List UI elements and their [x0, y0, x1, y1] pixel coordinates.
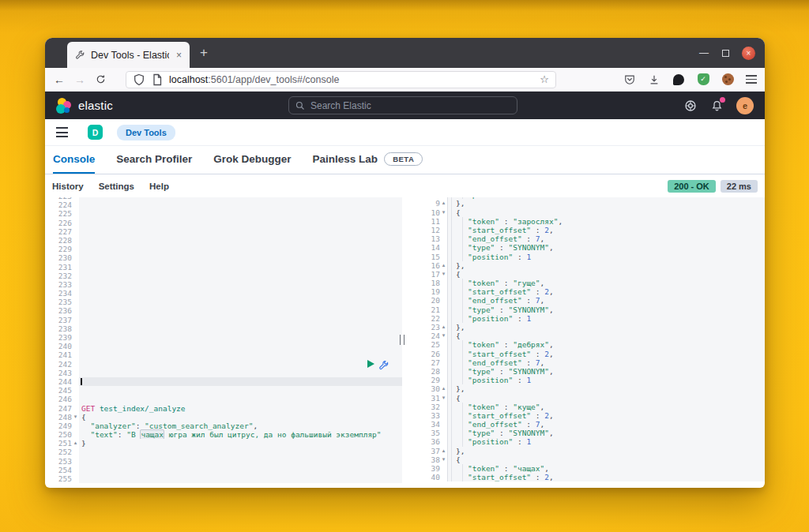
- pane-resize-handle[interactable]: [400, 335, 404, 345]
- adblock-shield-icon[interactable]: ✓: [697, 73, 709, 86]
- editor-line-28[interactable]: 28"type" : "SYNONYM",: [402, 367, 765, 376]
- editor-line-243[interactable]: 243: [45, 369, 402, 377]
- editor-line-252[interactable]: 252: [45, 448, 402, 456]
- nav-menu-icon[interactable]: [55, 124, 70, 140]
- editor-line-27[interactable]: 27"end_offset" : 7,: [402, 358, 765, 367]
- code-line[interactable]: "position" : 1: [448, 437, 765, 446]
- editor-line-251[interactable]: 251▴}: [45, 439, 402, 448]
- code-line[interactable]: [79, 245, 402, 253]
- editor-line-229[interactable]: 229: [45, 245, 402, 253]
- code-line[interactable]: },: [448, 447, 765, 455]
- new-tab-button[interactable]: +: [200, 46, 208, 59]
- tab-console[interactable]: Console: [53, 146, 95, 174]
- code-line[interactable]: "type" : "SYNONYM",: [448, 305, 765, 314]
- code-line[interactable]: "end_offset" : 7,: [448, 420, 765, 429]
- code-line[interactable]: [79, 289, 402, 298]
- editor-line-23[interactable]: 23▴},: [402, 323, 765, 332]
- editor-line-230[interactable]: 230: [45, 253, 402, 262]
- editor-line-34[interactable]: 34"end_offset" : 7,: [402, 420, 765, 429]
- editor-line-31[interactable]: 31▾{: [402, 394, 765, 403]
- code-line[interactable]: "analyzer": "custom_search_analyzer",: [79, 421, 402, 430]
- editor-line-37[interactable]: 37▴},: [402, 447, 765, 455]
- code-line[interactable]: [79, 457, 402, 466]
- editor-line-248[interactable]: 248▾{: [45, 413, 402, 421]
- editor-line-33[interactable]: 33"start_offset" : 2,: [402, 411, 765, 420]
- code-line[interactable]: },: [448, 384, 765, 393]
- editor-line-20[interactable]: 20"end_offset" : 7,: [402, 296, 765, 305]
- editor-line-245[interactable]: 245: [45, 386, 402, 395]
- editor-line-249[interactable]: 249 "analyzer": "custom_search_analyzer"…: [45, 421, 402, 430]
- url-text[interactable]: localhost:5601/app/dev_tools#/console: [169, 74, 534, 85]
- code-line[interactable]: "token" : "гуще",: [448, 279, 765, 287]
- editor-line-240[interactable]: 240: [45, 342, 402, 350]
- code-line[interactable]: {: [448, 270, 765, 279]
- editor-line-16[interactable]: 16▴},: [402, 261, 765, 270]
- editor-line-237[interactable]: 237: [45, 316, 402, 324]
- code-line[interactable]: [79, 280, 402, 289]
- editor-line-234[interactable]: 234: [45, 289, 402, 298]
- editor-line-9[interactable]: 9▴},: [402, 199, 765, 208]
- editor-line-232[interactable]: 232: [45, 272, 402, 280]
- editor-line-226[interactable]: 226: [45, 219, 402, 227]
- code-line[interactable]: [79, 263, 402, 272]
- help-icon[interactable]: [684, 99, 697, 112]
- code-line[interactable]: [79, 324, 402, 333]
- code-line[interactable]: "start_offset" : 2,: [448, 226, 765, 234]
- code-line[interactable]: [79, 342, 402, 350]
- code-line[interactable]: [79, 200, 402, 209]
- editor-line-22[interactable]: 22"position" : 1: [402, 314, 765, 323]
- fold-toggle-icon[interactable]: ▴: [440, 384, 447, 393]
- code-line[interactable]: [79, 298, 402, 306]
- send-request-button[interactable]: [367, 360, 374, 368]
- code-line[interactable]: "position" : 1: [448, 314, 765, 323]
- editor-line-250[interactable]: 250 "text": "В чащах югра жил был цитрус…: [45, 430, 402, 439]
- code-line[interactable]: "position" : 1: [448, 376, 765, 384]
- code-line[interactable]: [79, 360, 402, 369]
- editor-line-255[interactable]: 255: [45, 474, 402, 483]
- code-line[interactable]: [79, 253, 402, 262]
- fold-toggle-icon[interactable]: ▾: [440, 208, 447, 217]
- editor-line-231[interactable]: 231: [45, 263, 402, 272]
- code-line[interactable]: "position" : 1: [448, 253, 765, 261]
- back-button[interactable]: ←: [53, 73, 66, 86]
- editor-line-228[interactable]: 228: [45, 236, 402, 245]
- code-line[interactable]: [79, 219, 402, 227]
- editor-line-246[interactable]: 246: [45, 395, 402, 403]
- window-minimize-button[interactable]: —: [698, 47, 709, 58]
- editor-line-227[interactable]: 227: [45, 227, 402, 236]
- user-avatar[interactable]: e: [736, 97, 754, 114]
- fold-toggle-icon[interactable]: ▾: [440, 394, 447, 403]
- code-line[interactable]: [79, 209, 402, 218]
- url-bar[interactable]: localhost:5601/app/dev_tools#/console ☆: [126, 71, 556, 88]
- global-search-input[interactable]: Search Elastic: [288, 96, 517, 114]
- editor-line-36[interactable]: 36"position" : 1: [402, 437, 765, 446]
- code-line[interactable]: "token" : "зарослях",: [448, 217, 765, 226]
- code-line[interactable]: [79, 474, 402, 483]
- editor-line-25[interactable]: 25"token" : "дебрях",: [402, 340, 765, 349]
- wrench-icon[interactable]: [377, 358, 389, 371]
- code-line[interactable]: [79, 377, 402, 386]
- code-line[interactable]: {: [448, 332, 765, 340]
- reload-button[interactable]: [94, 73, 107, 86]
- editor-line-254[interactable]: 254: [45, 466, 402, 474]
- newsfeed-icon[interactable]: [710, 99, 723, 112]
- code-line[interactable]: },: [448, 323, 765, 332]
- editor-line-224[interactable]: 224: [45, 200, 402, 209]
- code-line[interactable]: [79, 306, 402, 315]
- menu-icon[interactable]: [746, 75, 757, 84]
- code-line[interactable]: [79, 369, 402, 377]
- editor-line-239[interactable]: 239: [45, 333, 402, 342]
- code-line[interactable]: "start_offset" : 2,: [448, 473, 765, 481]
- editor-line-26[interactable]: 26"start_offset" : 2,: [402, 350, 765, 358]
- code-line[interactable]: "type" : "SYNONYM",: [448, 367, 765, 376]
- help-menu[interactable]: Help: [149, 182, 169, 191]
- code-line[interactable]: },: [448, 199, 765, 208]
- code-line[interactable]: "type" : "SYNONYM",: [448, 429, 765, 437]
- code-line[interactable]: [79, 386, 402, 395]
- fold-toggle-icon[interactable]: ▾: [440, 332, 447, 340]
- code-line[interactable]: [79, 395, 402, 403]
- code-line[interactable]: "type" : "SYNONYM",: [448, 243, 765, 252]
- tab-search-profiler[interactable]: Search Profiler: [116, 146, 192, 174]
- code-line[interactable]: "token" : "дебрях",: [448, 340, 765, 349]
- editor-line-13[interactable]: 13"end_offset" : 7,: [402, 234, 765, 243]
